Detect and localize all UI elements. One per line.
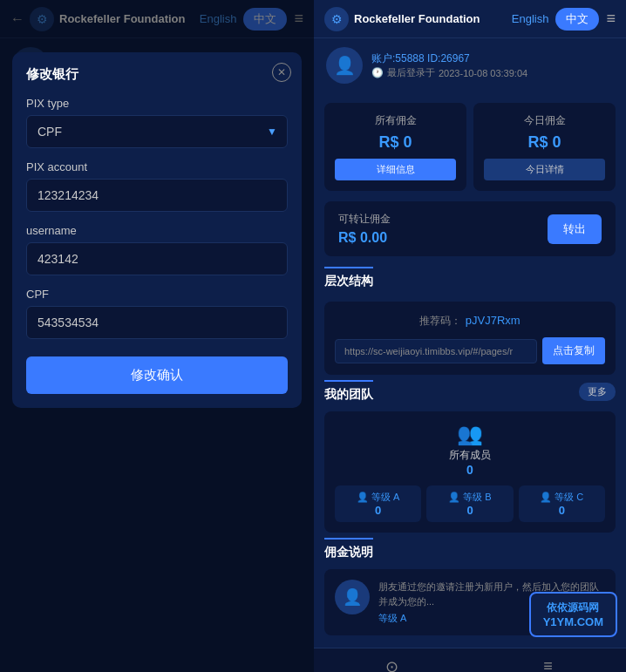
commission-avatar: 👤 — [335, 580, 370, 614]
nav-item-menu[interactable]: ≡ 记录 — [470, 654, 626, 672]
right-avatar-icon: 👤 — [334, 55, 356, 76]
today-detail-btn[interactable]: 今日详情 — [484, 159, 605, 180]
hierarchy-title: 层次结构 — [324, 267, 373, 293]
level-b-count: 0 — [430, 504, 509, 517]
transferable-card: 可转让佣金 R$ 0.00 转出 — [324, 201, 616, 256]
all-members-count: 0 — [466, 463, 473, 477]
commission-title: 佣金说明 — [324, 538, 373, 560]
right-user-info: 👤 账户:55888 ID:26967 🕐 最后登录于 2023-10-08 0… — [314, 38, 626, 92]
commission-title-wrapper: 佣金说明 — [324, 538, 616, 560]
team-header-row: 我的团队 更多 — [324, 380, 616, 403]
cpf-label: CPF — [26, 288, 288, 301]
menu-icon: ≡ — [543, 657, 553, 672]
stats-row: 所有佣金 R$ 0 详细信息 今日佣金 R$ 0 今日详情 — [314, 92, 626, 201]
all-detail-btn[interactable]: 详细信息 — [335, 159, 456, 180]
records-icon: ⊙ — [385, 657, 398, 672]
hierarchy-section: 推荐码： pJVJ7Rxm https://sc-weijiaoyi.timib… — [324, 302, 616, 375]
right-user-text: 账户:55888 ID:26967 🕐 最后登录于 2023-10-08 03:… — [371, 51, 527, 79]
right-clock-icon: 🕐 — [371, 67, 384, 78]
right-lang-en[interactable]: English — [512, 12, 549, 25]
level-tab-c[interactable]: 👤等级 C 0 — [519, 485, 605, 522]
team-section: 👥 所有成员 0 👤等级 A 0 👤等级 B 0 👤等级 C — [324, 411, 616, 533]
right-logo: ⚙ — [324, 7, 349, 31]
pix-type-select-wrapper: CPF CNPJ EMAIL PHONE EVP ▼ — [26, 115, 288, 148]
right-account: 账户:55888 ID:26967 — [371, 51, 527, 66]
modal-overlay: ✕ 修改银行 PIX type CPF CNPJ EMAIL PHONE EVP… — [0, 0, 314, 672]
referral-code: pJVJ7Rxm — [466, 314, 521, 327]
edit-bank-modal: ✕ 修改银行 PIX type CPF CNPJ EMAIL PHONE EVP… — [12, 52, 302, 408]
hierarchy-title-wrapper: 层次结构 — [324, 267, 616, 293]
all-commission-card: 所有佣金 R$ 0 详细信息 — [324, 103, 466, 191]
level-b-label: 👤等级 B — [430, 491, 509, 504]
referral-link-row: https://sc-weijiaoyi.timibbs.vip/#/pages… — [335, 337, 605, 364]
level-tab-b[interactable]: 👤等级 B 0 — [426, 485, 513, 522]
left-panel: ← ⚙ Rockefeller Foundation English 中文 ≡ … — [0, 0, 314, 672]
referral-prefix: 推荐码： — [419, 315, 461, 327]
right-header-left: ⚙ Rockefeller Foundation — [324, 7, 480, 31]
right-site-title: Rockefeller Foundation — [354, 12, 480, 25]
team-title: 我的团队 — [324, 380, 373, 403]
watermark-line1: 依依源码网 — [547, 601, 599, 615]
pix-type-select[interactable]: CPF CNPJ EMAIL PHONE EVP — [26, 115, 288, 148]
pix-account-input[interactable] — [26, 179, 288, 212]
watermark: 依依源码网 Y1YM.COM — [529, 592, 617, 637]
confirm-btn[interactable]: 修改确认 — [26, 356, 288, 394]
nav-item-records[interactable]: ⊙ 记录 — [314, 654, 470, 672]
right-menu-icon[interactable]: ≡ — [606, 10, 616, 28]
right-lang-zh[interactable]: 中文 — [555, 8, 599, 31]
commission-avatar-icon: 👤 — [343, 587, 362, 607]
username-label: username — [26, 224, 288, 237]
cpf-input[interactable] — [26, 306, 288, 339]
level-tabs: 👤等级 A 0 👤等级 B 0 👤等级 C 0 — [335, 485, 605, 522]
watermark-line2: Y1YM.COM — [543, 615, 603, 628]
level-a-label: 👤等级 A — [338, 491, 418, 504]
copy-btn[interactable]: 点击复制 — [542, 337, 605, 364]
right-panel: ⚙ Rockefeller Foundation English 中文 ≡ 👤 … — [314, 0, 626, 672]
transferable-section: 可转让佣金 R$ 0.00 转出 — [314, 201, 626, 267]
modal-title: 修改银行 — [26, 66, 288, 83]
all-members-label: 所有成员 — [449, 448, 491, 463]
pix-type-group: PIX type CPF CNPJ EMAIL PHONE EVP ▼ — [26, 97, 288, 148]
right-avatar: 👤 — [326, 47, 363, 84]
pix-account-group: PIX account — [26, 160, 288, 212]
transferable-label: 可转让佣金 — [338, 212, 391, 227]
level-c-count: 0 — [522, 504, 602, 517]
today-commission-value: R$ 0 — [484, 133, 605, 152]
right-last-login: 🕐 最后登录于 2023-10-08 03:39:04 — [371, 66, 527, 79]
transfer-btn[interactable]: 转出 — [548, 214, 602, 244]
all-commission-value: R$ 0 — [335, 133, 456, 152]
transferable-value: R$ 0.00 — [338, 230, 391, 246]
level-tab-a[interactable]: 👤等级 A 0 — [335, 485, 421, 522]
pix-account-label: PIX account — [26, 160, 288, 173]
bottom-nav: ⊙ 记录 ≡ 记录 — [314, 648, 626, 672]
referral-row: 推荐码： pJVJ7Rxm — [335, 312, 605, 329]
referral-link: https://sc-weijiaoyi.timibbs.vip/#/pages… — [335, 339, 537, 363]
all-members-icon: 👥 — [457, 422, 483, 446]
username-input[interactable] — [26, 242, 288, 275]
today-commission-card: 今日佣金 R$ 0 今日详情 — [473, 103, 616, 191]
today-commission-label: 今日佣金 — [484, 113, 605, 128]
right-logo-icon: ⚙ — [331, 12, 343, 26]
transferable-info: 可转让佣金 R$ 0.00 — [338, 212, 391, 246]
pix-type-label: PIX type — [26, 97, 288, 110]
right-header: ⚙ Rockefeller Foundation English 中文 ≡ — [314, 0, 626, 38]
level-c-label: 👤等级 C — [522, 491, 602, 504]
level-a-count: 0 — [338, 504, 418, 517]
more-btn[interactable]: 更多 — [579, 383, 616, 401]
all-commission-label: 所有佣金 — [335, 113, 456, 128]
cpf-group: CPF — [26, 288, 288, 339]
username-group: username — [26, 224, 288, 275]
modal-close-btn[interactable]: ✕ — [272, 63, 291, 82]
all-members: 👥 所有成员 0 — [335, 422, 605, 477]
